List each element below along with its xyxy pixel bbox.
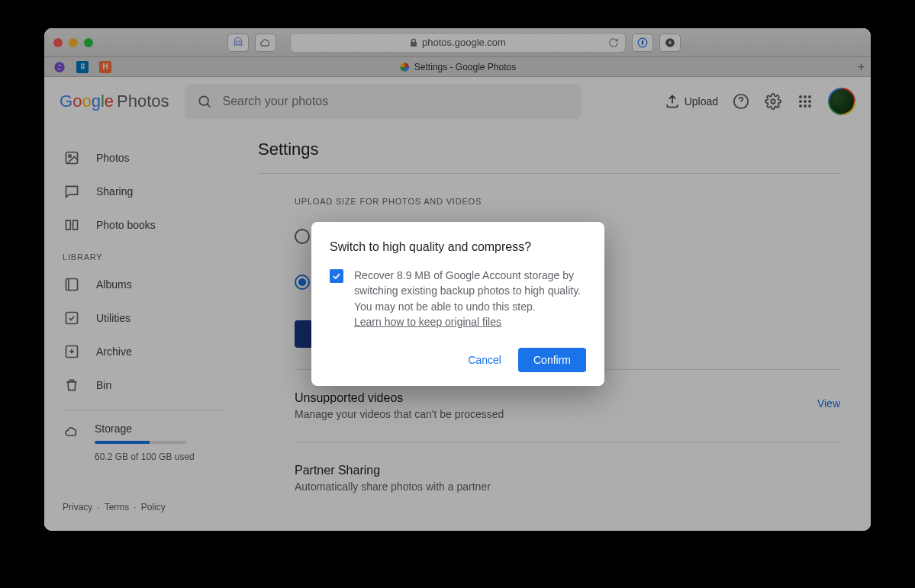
dialog-body-text: Recover 8.9 MB of Google Account storage… bbox=[354, 268, 586, 329]
learn-more-link[interactable]: Learn how to keep original files bbox=[354, 316, 501, 328]
dialog-title: Switch to high quality and compress? bbox=[330, 240, 586, 254]
app-viewport: Google Photos Upload bbox=[44, 77, 871, 531]
cancel-button[interactable]: Cancel bbox=[459, 348, 511, 372]
browser-window: photos.google.com ⠿ H bbox=[44, 28, 871, 531]
confirm-dialog: Switch to high quality and compress? Rec… bbox=[311, 222, 604, 386]
confirm-button[interactable]: Confirm bbox=[518, 348, 586, 372]
recover-storage-checkbox[interactable] bbox=[330, 269, 343, 283]
checkmark-icon bbox=[331, 271, 342, 281]
